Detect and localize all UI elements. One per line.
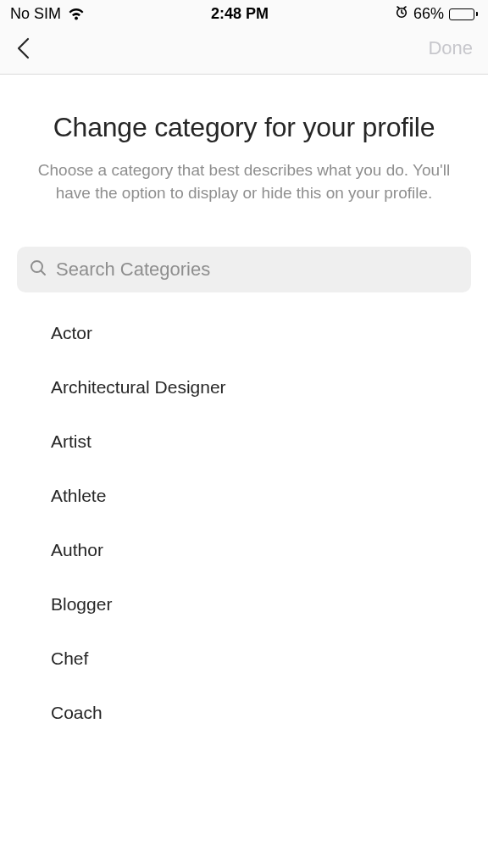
nav-bar: Done [0,26,488,75]
page-title: Change category for your profile [25,110,463,144]
category-item-architectural-designer[interactable]: Architectural Designer [0,360,488,415]
clock-label: 2:48 PM [211,5,269,23]
header-section: Change category for your profile Choose … [0,75,488,230]
category-item-athlete[interactable]: Athlete [0,469,488,523]
category-item-coach[interactable]: Coach [0,686,488,740]
wifi-icon [68,8,85,20]
category-item-author[interactable]: Author [0,523,488,577]
chevron-left-icon [15,36,30,60]
category-item-blogger[interactable]: Blogger [0,577,488,632]
search-box[interactable] [17,247,471,292]
svg-line-2 [42,271,46,275]
done-button[interactable]: Done [428,37,473,59]
back-button[interactable] [15,36,30,60]
category-list: Actor Architectural Designer Artist Athl… [0,299,488,747]
battery-icon [449,8,478,20]
alarm-icon [395,5,408,23]
carrier-label: No SIM [10,5,61,23]
search-input[interactable] [56,259,459,281]
status-bar: No SIM 2:48 PM 66% [0,0,488,26]
battery-pct-label: 66% [413,5,444,23]
page-subtitle: Choose a category that best describes wh… [25,159,463,204]
category-item-artist[interactable]: Artist [0,415,488,469]
search-icon [29,259,47,281]
category-item-actor[interactable]: Actor [0,306,488,360]
category-item-chef[interactable]: Chef [0,632,488,686]
